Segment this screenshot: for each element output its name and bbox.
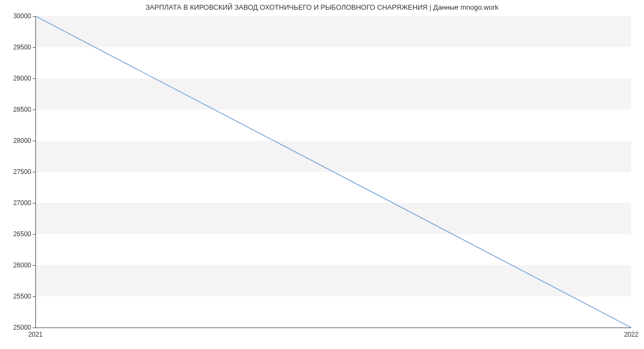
y-axis-line: [35, 16, 36, 328]
grid-band: [35, 141, 631, 172]
x-tick-label: 2021: [28, 328, 43, 338]
grid-band: [35, 78, 631, 110]
y-tick-label: 27500: [13, 168, 35, 176]
y-tick-label: 26000: [13, 261, 35, 269]
y-tick-label: 29000: [13, 75, 35, 82]
y-tick-label: 25500: [13, 293, 35, 300]
chart-container: ЗАРПЛАТА В КИРОВСКИЙ ЗАВОД ОХОТНИЧЬЕГО И…: [0, 0, 644, 349]
y-tick-label: 30000: [13, 12, 35, 20]
y-tick-label: 28000: [13, 137, 35, 144]
grid-band: [35, 265, 631, 296]
y-tick-label: 26500: [13, 230, 35, 238]
y-tick-label: 28500: [13, 106, 35, 113]
grid-band: [35, 16, 631, 47]
grid-band: [35, 203, 631, 234]
plot-area: 25000 25500 26000 26500 27000 27500 2800…: [35, 16, 631, 328]
chart-title: ЗАРПЛАТА В КИРОВСКИЙ ЗАВОД ОХОТНИЧЬЕГО И…: [0, 3, 644, 11]
y-tick-label: 27000: [13, 199, 35, 207]
y-tick-label: 29500: [13, 43, 35, 51]
x-tick-label: 2022: [624, 328, 639, 338]
